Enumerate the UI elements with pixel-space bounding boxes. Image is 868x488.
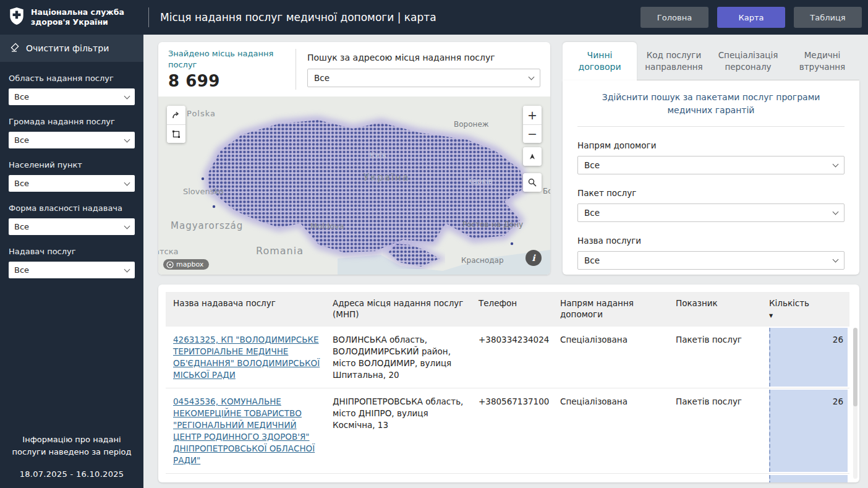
indicator-cell: Пакетів послуг — [676, 474, 769, 482]
found-places-value: 8 699 — [168, 72, 292, 90]
page-title: Місця надання послуг медичної допомоги |… — [160, 11, 640, 24]
filter-community: Громада надання послуг Все — [9, 117, 135, 148]
package-search-link[interactable]: Здійснити пошук за пакетами послуг прогр… — [563, 80, 859, 126]
field-care-direction: Напрям допомоги Все — [577, 140, 845, 174]
column-header-direction[interactable]: Напрям надання допомоги — [560, 292, 676, 327]
count-value: 26 — [833, 396, 843, 408]
address-cell: ВОЛИНСЬКА область, ВОЛОДИМИРСЬКИЙ район,… — [333, 327, 479, 388]
chevron-down-icon — [529, 74, 535, 80]
chevron-down-icon — [833, 257, 839, 263]
select-value: Все — [314, 73, 330, 83]
mapbox-attribution[interactable]: mapbox — [163, 259, 209, 270]
phone-cell: +380567137100 — [479, 388, 560, 473]
box-zoom-group — [523, 173, 542, 192]
select-value: Все — [14, 265, 29, 275]
found-places-label: Знайдено місць надання послуг — [168, 48, 292, 70]
chevron-down-icon — [124, 266, 130, 272]
period-dates: 18.07.2025 - 16.10.2025 — [6, 468, 137, 481]
box-zoom-button[interactable] — [523, 173, 542, 192]
chevron-down-icon — [124, 223, 130, 229]
zoom-in-button[interactable]: + — [523, 106, 542, 124]
service-name-select[interactable]: Все — [577, 251, 845, 270]
filter-settlement-select[interactable]: Все — [9, 175, 135, 192]
tab-referral-service-code[interactable]: Код послуги направлення — [637, 42, 711, 80]
tab-contracts[interactable]: Чинні договори — [563, 42, 637, 80]
ukraine-dot-cluster — [158, 96, 550, 275]
map-directions-button[interactable] — [167, 106, 185, 124]
filter-ownership-select[interactable]: Все — [9, 218, 135, 235]
address-cell: ЛЬВІВСЬКА область, місто ЛЬВІВ, вулиця І… — [333, 474, 479, 482]
indicator-cell: Пакетів послуг — [676, 388, 769, 473]
count-value: 26 — [833, 334, 843, 346]
select-value: Все — [14, 222, 29, 231]
filter-provider-select[interactable]: Все — [9, 262, 135, 278]
logo-text: Національна служба здоров'я України — [31, 7, 124, 28]
nav-map-button[interactable]: Карта — [717, 7, 785, 28]
column-header-count[interactable]: Кількість ▼ — [769, 292, 849, 327]
care-direction-select[interactable]: Все — [577, 156, 845, 174]
map-card: Знайдено місць надання послуг 8 699 Пошу… — [158, 42, 550, 275]
tab-staff-specialization[interactable]: Спеціалізація персоналу — [711, 42, 785, 80]
map-info-button[interactable]: i — [525, 250, 542, 266]
providers-table-card: Назва надавача послуг Адреса місця надан… — [158, 285, 859, 482]
search-tabs: Чинні договори Код послуги направлення С… — [563, 42, 859, 80]
table-scrollbar[interactable] — [853, 328, 857, 479]
field-service-name: Назва послуги Все — [577, 236, 845, 270]
sort-descending-icon: ▼ — [769, 313, 841, 319]
zoom-controls: + − — [523, 106, 542, 143]
select-value: Все — [14, 179, 29, 188]
filter-label: Населений пункт — [9, 160, 135, 169]
provider-cell: 44496574, КНП " ЛЬВІВСЬКЕ ТЕРИТОРІАЛЬНЕ … — [166, 474, 333, 482]
indicator-cell: Пакетів послуг — [676, 327, 769, 388]
eraser-icon — [10, 43, 20, 54]
app-header: Національна служба здоров'я України Місц… — [0, 0, 868, 35]
field-label: Назва послуги — [577, 236, 845, 246]
nav-home-button[interactable]: Головна — [640, 7, 708, 28]
clear-filters-button[interactable]: Очистити фільтри — [0, 35, 143, 62]
filter-label: Область надання послуг — [9, 74, 135, 83]
column-header-indicator[interactable]: Показник — [676, 292, 769, 327]
filter-label: Громада надання послуг — [9, 117, 135, 126]
filter-region-select[interactable]: Все — [9, 88, 135, 105]
found-places: Знайдено місць надання послуг 8 699 — [168, 48, 292, 90]
direction-cell: Спеціалізована — [560, 474, 676, 482]
filter-ownership: Форма власності надавача Все — [9, 203, 135, 235]
filter-community-select[interactable]: Все — [9, 132, 135, 148]
nav-table-button[interactable]: Таблиця — [794, 7, 862, 28]
direction-cell: Спеціалізована — [560, 388, 676, 473]
clear-filters-label: Очистити фільтри — [26, 43, 109, 53]
column-header-address[interactable]: Адреса місця надання послуг (МНП) — [333, 292, 479, 327]
address-search-select[interactable]: Все — [307, 69, 540, 87]
address-cell: ДНІПРОПЕТРОВСЬКА область, місто ДНІПРО, … — [333, 388, 479, 473]
tab-medical-interventions[interactable]: Медичні втручання — [785, 42, 859, 80]
field-label: Пакет послуг — [577, 188, 845, 198]
contracts-panel: Здійснити пошук за пакетами послуг прогр… — [563, 80, 859, 275]
period-note: Інформацію про надані послуги наведено з… — [6, 434, 137, 458]
column-header-count-label: Кількість — [769, 298, 809, 308]
filter-provider: Надавач послуг Все — [9, 247, 135, 278]
zoom-out-button[interactable]: − — [523, 124, 542, 143]
reset-bearing-button[interactable] — [523, 147, 542, 166]
select-value: Все — [584, 208, 600, 218]
chevron-down-icon — [833, 209, 839, 215]
scrollbar-thumb[interactable] — [853, 328, 857, 406]
select-value: Все — [14, 92, 29, 101]
shield-cross-icon — [9, 7, 25, 28]
service-package-select[interactable]: Все — [577, 203, 845, 222]
column-header-provider[interactable]: Назва надавача послуг — [166, 292, 333, 327]
chevron-down-icon — [833, 161, 839, 168]
column-header-phone[interactable]: Телефон — [479, 292, 560, 327]
map-polygon-select-button[interactable] — [167, 124, 185, 143]
provider-link[interactable]: 42631325, КП "ВОЛОДИМИРСЬКЕ ТЕРИТОРІАЛЬН… — [173, 335, 320, 380]
summary-row: Знайдено місць надання послуг 8 699 Пошу… — [158, 42, 550, 96]
provider-cell: 42631325, КП "ВОЛОДИМИРСЬКЕ ТЕРИТОРІАЛЬН… — [166, 327, 333, 388]
provider-link[interactable]: 44496574, КНП " ЛЬВІВСЬКЕ ТЕРИТОРІАЛЬНЕ … — [173, 482, 297, 482]
select-value: Все — [584, 160, 600, 170]
count-cell: 26 — [769, 474, 849, 482]
count-value: 26 — [833, 481, 843, 482]
provider-link[interactable]: 04543536, КОМУНАЛЬНЕ НЕКОМЕРЦІЙНЕ ТОВАРИ… — [173, 396, 315, 466]
map-canvas[interactable]: Polska Воронеж Київ Харків Україна Slove… — [158, 96, 550, 275]
phone-cell: +380671180919, +380322581101 — [479, 474, 560, 482]
filter-settlement: Населений пункт Все — [9, 160, 135, 192]
header-nav: Головна Карта Таблиця — [640, 7, 868, 28]
